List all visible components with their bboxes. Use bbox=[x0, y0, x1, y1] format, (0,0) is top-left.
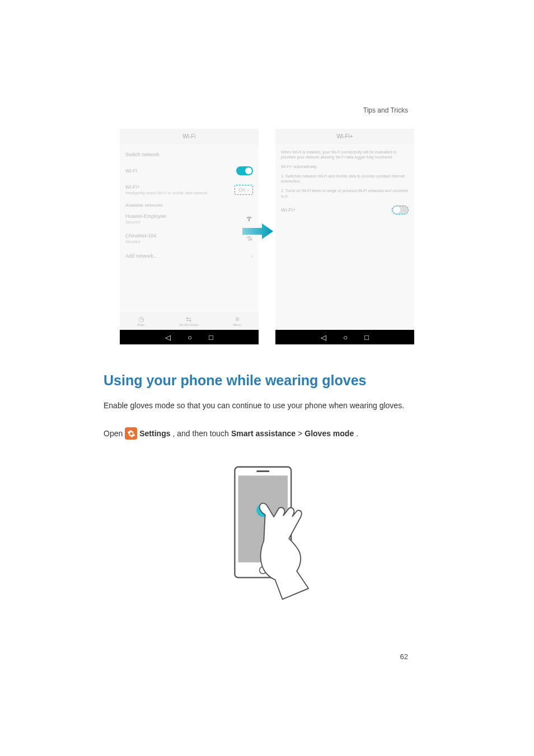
back-icon[interactable]: ◁ bbox=[165, 333, 171, 342]
info-line-4: 2. Turns on Wi-Fi when in range of previ… bbox=[281, 186, 409, 200]
scan-icon: ◷ bbox=[137, 315, 145, 323]
wifi-label: Wi-Fi bbox=[125, 168, 137, 174]
info-line-2: Wi-Fi+ automatically: bbox=[281, 162, 409, 171]
wifi-plus-badge: On bbox=[238, 187, 245, 193]
instruction-smart-assistance: Smart assistance bbox=[231, 429, 296, 438]
instruction-end: . bbox=[356, 429, 358, 438]
settings-icon bbox=[125, 427, 137, 440]
screen-body-left: Switch network Wi-Fi Wi-Fi+ Intelligentl… bbox=[120, 144, 259, 312]
instruction-line: Open Settings, and then touch Smart assi… bbox=[104, 427, 430, 440]
add-network-row[interactable]: Add network... › bbox=[125, 248, 253, 264]
phone-screen-left: Wi-Fi Switch network Wi-Fi Wi-Fi+ Intell… bbox=[120, 129, 259, 344]
recent-icon[interactable]: □ bbox=[364, 333, 369, 342]
section-heading: Using your phone while wearing gloves bbox=[104, 372, 430, 389]
nav-bar-right: ◁ ○ □ bbox=[275, 330, 414, 344]
page-number: 62 bbox=[400, 652, 408, 661]
screen-title-left: Wi-Fi bbox=[120, 129, 259, 144]
instruction-open: Open bbox=[104, 429, 123, 438]
recent-icon[interactable]: □ bbox=[209, 333, 213, 342]
instruction-settings: Settings bbox=[139, 429, 170, 438]
bottom-tabs: ◷ Scan ⇆ WLAN Direct ≡ Menu bbox=[120, 312, 259, 330]
network-2-name: ChinaNet-104 bbox=[125, 233, 157, 239]
network-1-name: Huawei-Employee bbox=[125, 213, 166, 219]
wifi-toggle-row[interactable]: Wi-Fi bbox=[125, 162, 253, 180]
svg-marker-3 bbox=[242, 223, 273, 239]
instruction-gloves-mode: Gloves mode bbox=[305, 429, 354, 438]
wifi-plus-label: Wi-Fi+ bbox=[125, 184, 207, 190]
network-2-text: ChinaNet-104 Secured bbox=[125, 233, 157, 244]
wifi-plus-desc: Intelligently select Wi-Fi or mobile dat… bbox=[125, 191, 207, 195]
back-icon[interactable]: ◁ bbox=[321, 333, 326, 342]
menu-icon: ≡ bbox=[233, 315, 241, 323]
wifi-plus-text: Wi-Fi+ Intelligently select Wi-Fi or mob… bbox=[125, 184, 207, 195]
instruction-gt: > bbox=[298, 429, 302, 438]
tab-scan[interactable]: ◷ Scan bbox=[137, 315, 145, 326]
screen-body-right: When Wi-Fi is enabled, your Wi-Fi connec… bbox=[275, 144, 414, 330]
wifi-plus-toggle-off[interactable] bbox=[392, 206, 409, 214]
phone-screen-right: Wi-Fi+ When Wi-Fi is enabled, your Wi-Fi… bbox=[275, 129, 414, 344]
wifi-plus-right-label: Wi-Fi+ bbox=[281, 207, 296, 213]
screen-title-right: Wi-Fi+ bbox=[275, 129, 414, 144]
wifi-plus-toggle-row[interactable]: Wi-Fi+ bbox=[281, 201, 409, 219]
svg-rect-7 bbox=[256, 470, 269, 472]
nav-bar-left: ◁ ○ □ bbox=[120, 330, 259, 344]
info-line-3: 1. Switches between Wi-Fi and mobile dat… bbox=[281, 171, 409, 186]
tab-wlan-direct[interactable]: ⇆ WLAN Direct bbox=[179, 315, 199, 326]
add-network-label: Add network... bbox=[125, 253, 158, 259]
network-2-row[interactable]: ChinaNet-104 Secured bbox=[125, 228, 253, 248]
wifi-plus-row[interactable]: Wi-Fi+ Intelligently select Wi-Fi or mob… bbox=[125, 180, 253, 199]
header-section: Tips and Tricks bbox=[363, 106, 408, 114]
wlan-direct-icon: ⇆ bbox=[179, 315, 199, 323]
screenshot-row: Wi-Fi Switch network Wi-Fi Wi-Fi+ Intell… bbox=[104, 129, 430, 344]
chevron-right-icon: › bbox=[251, 253, 253, 259]
gloves-illustration bbox=[104, 456, 430, 608]
home-icon[interactable]: ○ bbox=[343, 333, 348, 342]
available-networks-label: Available networks bbox=[125, 199, 253, 209]
wifi-toggle-on[interactable] bbox=[236, 166, 253, 175]
home-icon[interactable]: ○ bbox=[188, 333, 192, 342]
tab-scan-label: Scan bbox=[137, 323, 145, 326]
tab-menu[interactable]: ≡ Menu bbox=[233, 315, 241, 326]
body-paragraph: Enable gloves mode so that you can conti… bbox=[104, 400, 430, 412]
switch-network-row: Switch network bbox=[125, 147, 253, 162]
arrow-between-icon bbox=[242, 221, 273, 244]
network-1-row[interactable]: Huawei-Employee Secured bbox=[125, 209, 253, 228]
instruction-middle: , and then touch bbox=[172, 429, 228, 438]
tab-wlan-label: WLAN Direct bbox=[179, 323, 199, 326]
glove-phone-svg bbox=[224, 456, 311, 608]
network-1-text: Huawei-Employee Secured bbox=[125, 213, 166, 224]
network-1-sub: Secured bbox=[125, 220, 166, 224]
switch-network-label: Switch network bbox=[125, 152, 160, 157]
chevron-right-icon: › bbox=[247, 186, 249, 193]
network-2-sub: Secured bbox=[125, 240, 157, 244]
info-line-1: When Wi-Fi is enabled, your Wi-Fi connec… bbox=[281, 147, 409, 162]
tab-menu-label: Menu bbox=[233, 323, 241, 326]
wifi-plus-badge-box[interactable]: On › bbox=[235, 185, 253, 195]
